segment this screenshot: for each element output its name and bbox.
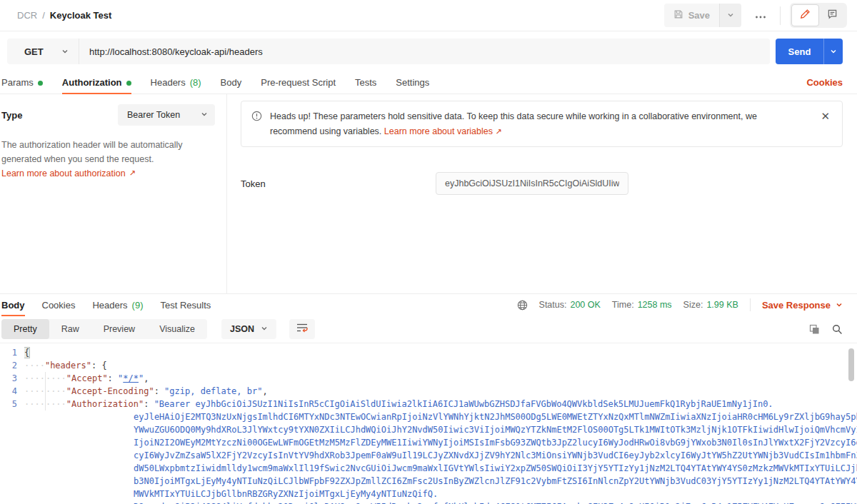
size-label: Size: (683, 300, 703, 310)
breadcrumb-request-name[interactable]: Keycloak Test (50, 10, 111, 21)
code-line: IjoiN2I2OWEyM2MtYzczNi00OGEwLWFmOGEtMzM5… (0, 436, 857, 449)
save-button-label: Save (688, 10, 710, 21)
sensitive-data-banner: Heads up! These parameters hold sensitiv… (241, 101, 843, 147)
code-line: D8opmdqp9iP2i48S84liVrfdrkka20Duyi0lcDAX… (0, 500, 857, 504)
response-tab-body-label: Body (1, 300, 25, 311)
line-number: 4 (0, 385, 24, 398)
pencil-icon (800, 9, 811, 22)
token-row: Token (241, 172, 843, 195)
close-icon[interactable]: ✕ (818, 109, 832, 123)
globe-icon[interactable] (517, 300, 528, 311)
learn-more-variables-label: Learn more about variables (384, 126, 493, 136)
view-mode-visualize[interactable]: Visualize (147, 319, 207, 339)
time-label: Time: (612, 300, 634, 310)
top-bar: DCR / Keycloak Test Save (0, 0, 857, 31)
send-options-button[interactable] (823, 39, 843, 64)
tab-params[interactable]: Params (1, 71, 43, 94)
send-button[interactable]: Send (776, 39, 843, 64)
save-response-button[interactable]: Save Response (762, 300, 843, 311)
response-tab-headers[interactable]: Headers (9) (92, 294, 143, 316)
tab-pre-request-script[interactable]: Pre-request Script (261, 71, 336, 94)
tab-body[interactable]: Body (221, 71, 242, 94)
code-line: YWwuZGU6ODQ0My9hdXRoL3JlYWxtcy9tYXN0ZXIi… (0, 423, 857, 436)
more-options-button[interactable] (751, 6, 771, 25)
format-value: JSON (230, 324, 254, 334)
status-label: Status: (539, 300, 567, 310)
chevron-down-icon (261, 324, 268, 334)
line-number: 3 (0, 372, 24, 385)
chevron-down-icon (201, 110, 208, 120)
tab-tests-label: Tests (355, 77, 376, 88)
view-mode-switch: Pretty Raw Preview Visualize (1, 319, 207, 339)
headers-count-badge: (8) (190, 77, 201, 88)
line-number: 1 (0, 346, 24, 359)
tab-tests[interactable]: Tests (355, 71, 376, 94)
breadcrumb-collection[interactable]: DCR (17, 10, 37, 21)
line-number: 5 (0, 398, 24, 410)
auth-type-select[interactable]: Bearer Token (118, 104, 215, 126)
auth-type-value: Bearer Token (127, 110, 180, 120)
tab-authorization-label: Authorization (62, 77, 122, 88)
banner-message-text: Heads up! These parameters hold sensitiv… (270, 111, 757, 136)
format-select[interactable]: JSON (221, 319, 276, 339)
authorization-type-column: Type Bearer Token The authorization head… (0, 94, 227, 293)
vertical-scrollbar[interactable] (848, 348, 854, 381)
response-meta: Status:200 OK Time:1258 ms Size:1.99 KB … (517, 294, 843, 316)
learn-more-authorization-link[interactable]: Learn more about authorization ↗ (1, 168, 136, 178)
line-number (0, 475, 24, 488)
url-input[interactable] (79, 39, 770, 64)
code-line: 4········"Accept-Encoding": "gzip, defla… (0, 385, 857, 398)
tab-headers[interactable]: Headers (8) (151, 71, 201, 94)
code-line: 3········"Accept": "*/*", (0, 372, 857, 385)
response-body-viewer[interactable]: 1{2····"headers": {3········"Accept": "*… (0, 343, 857, 504)
copy-icon[interactable] (809, 324, 820, 335)
line-number (0, 410, 24, 423)
code-line: 5········"Authorization": "Bearer eyJhbG… (0, 398, 857, 410)
save-options-button[interactable] (719, 4, 741, 27)
view-mode-pretty[interactable]: Pretty (1, 319, 49, 339)
save-button[interactable]: Save (664, 4, 741, 27)
tab-headers-label: Headers (151, 77, 186, 88)
save-response-label: Save Response (762, 300, 831, 311)
response-tab-cookies-label: Cookies (42, 300, 76, 311)
response-tab-body[interactable]: Body (1, 294, 25, 316)
app-window: DCR / Keycloak Test Save (0, 0, 857, 504)
line-number (0, 462, 24, 475)
authorization-panel: Type Bearer Token The authorization head… (0, 94, 857, 293)
status-value: 200 OK (570, 300, 600, 310)
external-link-icon: ↗ (495, 127, 501, 136)
comment-icon (827, 9, 838, 22)
edit-button[interactable] (791, 4, 819, 26)
response-tab-test-results-label: Test Results (161, 300, 211, 311)
line-number: 2 (0, 359, 24, 372)
request-tabs: Params Authorization Headers (8) Body Pr… (0, 71, 857, 94)
learn-more-variables-link[interactable]: Learn more about variables ↗ (384, 126, 502, 136)
comments-button[interactable] (819, 4, 846, 26)
cookies-link[interactable]: Cookies (806, 77, 843, 88)
line-number (0, 488, 24, 500)
tab-settings[interactable]: Settings (396, 71, 429, 94)
line-number (0, 449, 24, 462)
view-mode-raw[interactable]: Raw (49, 319, 91, 339)
ellipsis-icon (755, 9, 766, 22)
method-select[interactable]: GET (7, 39, 79, 64)
code-line: 1{ (0, 346, 857, 359)
tab-authorization[interactable]: Authorization (62, 71, 131, 94)
code-line: dW50LWxpbmtzIiwidmlldy1wcm9maWxlIl19fSwi… (0, 462, 857, 475)
search-icon[interactable] (832, 324, 843, 335)
view-mode-preview[interactable]: Preview (91, 319, 147, 339)
response-tab-test-results[interactable]: Test Results (161, 294, 211, 316)
token-input[interactable] (436, 172, 628, 195)
auth-type-label: Type (1, 110, 22, 121)
send-button-label: Send (776, 39, 823, 64)
divider (750, 298, 751, 311)
code-lines: 1{2····"headers": {3········"Accept": "*… (0, 346, 857, 504)
wrap-lines-button[interactable] (289, 319, 315, 339)
time-value: 1258 ms (638, 300, 672, 310)
chevron-down-icon (836, 300, 843, 311)
response-headers-count-badge: (9) (132, 300, 144, 311)
line-number (0, 436, 24, 449)
response-tab-cookies[interactable]: Cookies (42, 294, 76, 316)
method-value: GET (24, 46, 44, 57)
chevron-down-icon (727, 10, 734, 21)
